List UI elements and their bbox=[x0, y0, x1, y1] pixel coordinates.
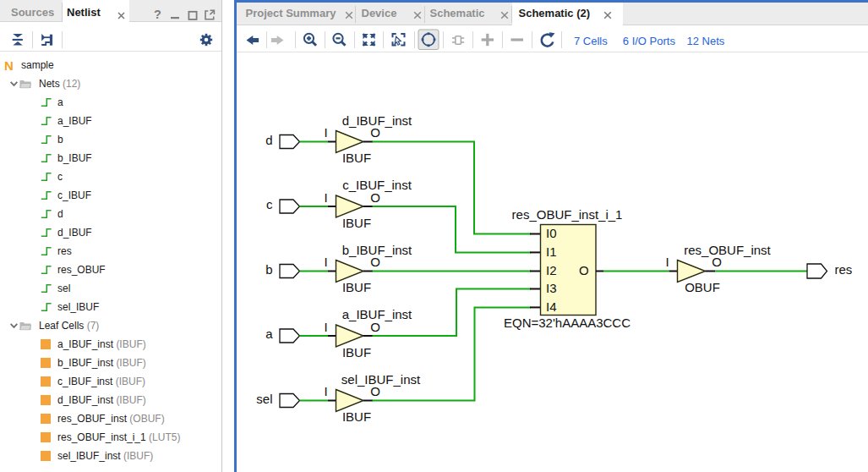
svg-text:I1: I1 bbox=[546, 244, 557, 259]
svg-text:O: O bbox=[370, 255, 380, 269]
svg-text:res_OBUF_inst: res_OBUF_inst bbox=[684, 243, 771, 257]
svg-text:sel_IBUF_inst: sel_IBUF_inst bbox=[341, 372, 421, 387]
svg-text:res: res bbox=[835, 262, 853, 277]
svg-text:a: a bbox=[265, 327, 273, 341]
svg-text:c_IBUF_inst: c_IBUF_inst bbox=[342, 178, 412, 192]
svg-text:OBUF: OBUF bbox=[685, 280, 720, 294]
svg-text:O: O bbox=[579, 263, 589, 277]
svg-text:I0: I0 bbox=[546, 226, 557, 240]
svg-text:d_IBUF_inst: d_IBUF_inst bbox=[342, 113, 412, 128]
svg-text:I: I bbox=[665, 255, 669, 269]
svg-text:O: O bbox=[370, 320, 380, 334]
svg-text:I: I bbox=[324, 190, 327, 205]
svg-text:O: O bbox=[370, 384, 380, 398]
svg-text:?: ? bbox=[154, 8, 161, 20]
svg-text:I: I bbox=[324, 125, 327, 140]
svg-text:d: d bbox=[265, 133, 272, 147]
svg-text:sel: sel bbox=[256, 392, 272, 406]
svg-text:EQN=32'hAAAA3CCC: EQN=32'hAAAA3CCC bbox=[504, 316, 631, 330]
svg-text:c: c bbox=[266, 197, 273, 211]
svg-text:b_IBUF_inst: b_IBUF_inst bbox=[342, 243, 412, 257]
svg-text:IBUF: IBUF bbox=[342, 151, 371, 165]
svg-text:res_OBUF_inst_i_1: res_OBUF_inst_i_1 bbox=[512, 207, 623, 222]
svg-text:O: O bbox=[370, 190, 380, 205]
svg-text:IBUF: IBUF bbox=[342, 409, 371, 424]
svg-text:I: I bbox=[324, 384, 327, 398]
svg-text:b: b bbox=[265, 262, 272, 277]
svg-text:IBUF: IBUF bbox=[342, 345, 371, 359]
svg-text:I: I bbox=[324, 255, 327, 269]
svg-text:a_IBUF_inst: a_IBUF_inst bbox=[342, 307, 412, 321]
svg-text:I2: I2 bbox=[546, 263, 557, 277]
svg-text:IBUF: IBUF bbox=[342, 280, 371, 294]
svg-text:I4: I4 bbox=[546, 299, 557, 314]
svg-text:IBUF: IBUF bbox=[342, 216, 371, 230]
svg-text:O: O bbox=[370, 125, 380, 140]
svg-text:I: I bbox=[324, 320, 327, 334]
svg-text:I3: I3 bbox=[546, 281, 557, 295]
